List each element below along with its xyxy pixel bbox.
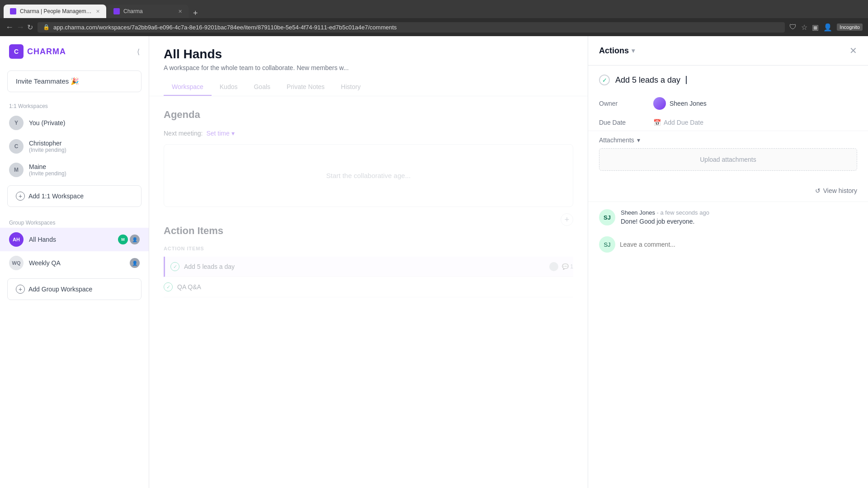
avatar-maine: M: [9, 163, 24, 177]
comment-text-1: Done! Good job everyone.: [621, 218, 857, 225]
browser-tab-people[interactable]: Charma | People Management ... ✕: [4, 5, 106, 18]
action-avatar-1: [549, 262, 558, 271]
upload-attachments-btn[interactable]: Upload attachments: [599, 148, 857, 171]
agenda-empty-state: Start the collaborative age...: [164, 144, 573, 207]
star-icon[interactable]: ☆: [801, 23, 807, 32]
tab-close-2[interactable]: ✕: [178, 9, 182, 14]
tab-history[interactable]: History: [333, 79, 369, 96]
add-1on1-workspace-button[interactable]: + Add 1:1 Workspace: [7, 185, 142, 207]
comment-input[interactable]: [620, 237, 857, 252]
panel-attachments-section: Attachments ▾ Upload attachments: [588, 131, 868, 176]
back-button[interactable]: ←: [5, 23, 14, 32]
tab-private-notes[interactable]: Private Notes: [278, 79, 333, 96]
url-bar[interactable]: 🔒 app.charma.com/workspaces/7a2bb9a6-e09…: [38, 22, 785, 33]
page-tabs: Workspace Kudos Goals Private Notes Hist…: [164, 79, 573, 96]
plus-circle-group: +: [16, 285, 25, 294]
sidebar-item-maine[interactable]: M Maine (Invite pending): [0, 158, 149, 182]
tab-favicon-1: [10, 8, 16, 14]
browser-right-actions: 🛡 ☆ ▣ 👤 Incognito: [789, 23, 863, 32]
sidebar-section-group-label: Group Workspaces: [0, 216, 149, 228]
attachments-chevron: ▾: [637, 136, 640, 144]
action-text-1: Add 5 leads a day: [184, 263, 545, 270]
window-icon: ▣: [812, 23, 819, 32]
view-history-text: View history: [823, 187, 857, 194]
profile-icon[interactable]: 👤: [823, 23, 832, 32]
sidebar-item-weekly-qa[interactable]: WQ Weekly QA 👤: [0, 251, 149, 275]
shield-icon: 🛡: [789, 23, 797, 31]
comment-count-1[interactable]: 💬 1: [562, 263, 573, 270]
add-group-label: Add Group Workspace: [28, 286, 92, 293]
panel-action-title-row: ✓ Add 5 leads a day: [588, 66, 868, 93]
sidebar-item-you[interactable]: Y You (Private): [0, 111, 149, 135]
forward-button[interactable]: →: [16, 23, 24, 32]
action-items-header: ACTION ITEMS: [164, 246, 573, 251]
right-panel: Actions ▾ ✕ ✓ Add 5 leads a day Owner Sh…: [588, 36, 868, 488]
workspace-info-you: You (Private): [29, 119, 65, 127]
browser-chrome: Charma | People Management ... ✕ Charma …: [0, 0, 868, 36]
attachments-text: Attachments: [599, 136, 634, 144]
sidebar-item-christopher[interactable]: C Christopher (Invite pending): [0, 135, 149, 158]
workspace-name-maine: Maine: [29, 163, 66, 170]
comment-num-1: 1: [570, 263, 573, 270]
comments-section: SJ Sheen Jones - a few seconds ago Done!…: [588, 202, 868, 260]
history-icon: ↺: [815, 187, 821, 194]
action-item-2[interactable]: ✓ QA Q&A: [164, 277, 573, 297]
action-items-section: Action Items ACTION ITEMS ✓ Add 5 leads …: [164, 225, 573, 297]
refresh-button[interactable]: ↻: [27, 23, 33, 32]
badge-gray-2: 👤: [130, 258, 140, 268]
view-history-btn[interactable]: ↺ View history: [588, 180, 868, 202]
sidebar: C CHARMA ⟨ Invite Teammates 🎉 1:1 Worksp…: [0, 36, 149, 488]
comment-avatar-1: SJ: [599, 209, 615, 225]
due-date-value[interactable]: 📅 Add Due Date: [653, 119, 703, 126]
panel-check-circle[interactable]: ✓: [599, 75, 610, 85]
check-circle-1[interactable]: ✓: [170, 262, 179, 271]
panel-close-button[interactable]: ✕: [849, 45, 857, 56]
owner-value[interactable]: Sheen Jones: [653, 97, 707, 110]
calendar-icon: 📅: [653, 119, 661, 126]
new-tab-button[interactable]: +: [189, 9, 202, 18]
tab-workspace[interactable]: Workspace: [164, 79, 212, 96]
workspace-name-you: You (Private): [29, 119, 65, 127]
due-date-placeholder: Add Due Date: [664, 119, 703, 126]
agenda-section: Agenda Next meeting: Set time ▾ Start th…: [164, 109, 573, 207]
plus-circle-1on1: +: [16, 192, 25, 201]
panel-title-text: Actions: [599, 46, 629, 56]
workspace-name-christopher: Christopher: [29, 140, 66, 147]
tab-close-1[interactable]: ✕: [96, 9, 100, 14]
page-body: Agenda Next meeting: Set time ▾ Start th…: [149, 96, 588, 488]
workspace-info-maine: Maine (Invite pending): [29, 163, 66, 177]
sidebar-section-1on1-label: 1:1 Workspaces: [0, 99, 149, 111]
page-header: All Hands A workspace for the whole team…: [149, 36, 588, 96]
tab-goals[interactable]: Goals: [245, 79, 278, 96]
add-1on1-label: Add 1:1 Workspace: [28, 192, 84, 200]
attachments-label-row[interactable]: Attachments ▾: [599, 136, 857, 144]
sidebar-item-all-hands[interactable]: AH All Hands M 👤: [0, 228, 149, 251]
workspace-sub-maine: (Invite pending): [29, 170, 66, 177]
action-item-1[interactable]: ✓ Add 5 leads a day 💬 1: [164, 257, 573, 277]
page-description: A workspace for the whole team to collab…: [164, 64, 573, 71]
action-text-2: QA Q&A: [177, 283, 573, 291]
sidebar-logo-area: C CHARMA ⟨: [0, 36, 149, 67]
due-date-label: Due Date: [599, 119, 653, 126]
set-time-text: Set time: [206, 130, 229, 137]
check-circle-2[interactable]: ✓: [164, 282, 173, 291]
add-agenda-item-btn[interactable]: +: [561, 213, 573, 226]
invite-teammates-button[interactable]: Invite Teammates 🎉: [7, 70, 142, 92]
browser-nav-buttons: ← → ↻: [5, 23, 33, 32]
check-icon-lg: ✓: [602, 77, 607, 84]
browser-address-bar[interactable]: ← → ↻ 🔒 app.charma.com/workspaces/7a2bb9…: [0, 18, 868, 36]
sidebar-collapse-icon[interactable]: ⟨: [137, 47, 140, 56]
browser-tab-charma[interactable]: Charma ✕: [107, 5, 189, 18]
incognito-label: Incognito: [837, 23, 863, 31]
comment-input-row: SJ: [599, 233, 857, 253]
url-text: app.charma.com/workspaces/7a2bb9a6-e096-…: [53, 24, 397, 31]
workspace-badges-all-hands: M 👤: [118, 235, 140, 244]
app-layout: C CHARMA ⟨ Invite Teammates 🎉 1:1 Worksp…: [0, 36, 868, 488]
add-group-workspace-button[interactable]: + Add Group Workspace: [7, 278, 142, 300]
tab-kudos[interactable]: Kudos: [212, 79, 246, 96]
action-items-title: Action Items: [164, 225, 573, 237]
set-time-button[interactable]: Set time ▾: [206, 130, 234, 137]
main-content: All Hands A workspace for the whole team…: [149, 36, 588, 488]
comment-1: SJ Sheen Jones - a few seconds ago Done!…: [599, 209, 857, 225]
panel-title[interactable]: Actions ▾: [599, 46, 635, 56]
